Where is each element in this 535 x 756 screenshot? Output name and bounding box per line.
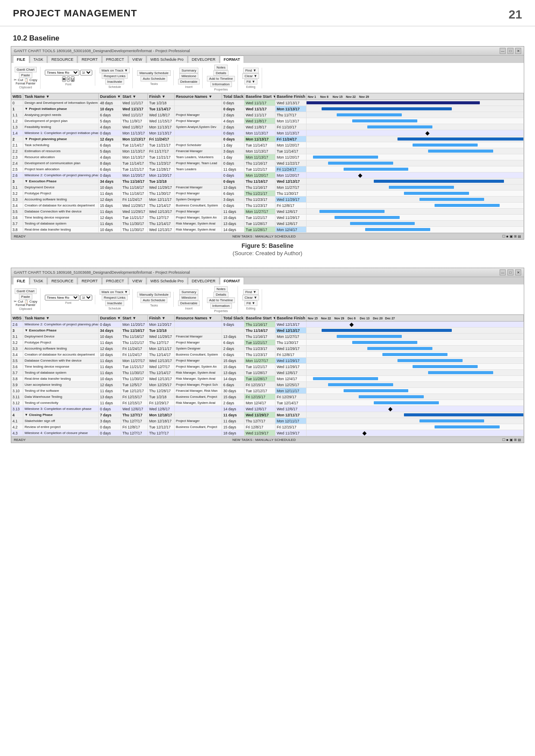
table-row[interactable]: 3.6 Time testing device response 11 days…: [11, 364, 524, 370]
table-row[interactable]: 3.10 Testing of the software 11 days Tue…: [11, 388, 524, 394]
details-btn-bot[interactable]: Details: [213, 292, 228, 297]
clear-btn-bot[interactable]: Clear ▼: [242, 295, 259, 300]
bold-btn[interactable]: B: [62, 76, 66, 82]
tab-project[interactable]: PROJECT: [102, 56, 128, 63]
notes-btn-bot[interactable]: Notes: [214, 286, 228, 292]
close-btn-bot[interactable]: ✕: [515, 269, 521, 275]
add-to-timeline-btn-bot[interactable]: Add to Timeline: [207, 297, 235, 303]
table-row[interactable]: 3.5 Database Connection with the device …: [11, 358, 524, 364]
table-row[interactable]: 2.1 Task scheduling 6 days Tue 11/14/17 …: [11, 142, 524, 148]
summary-btn-bot[interactable]: Summary: [179, 289, 198, 295]
deliverable-btn-bot[interactable]: Deliverable: [178, 300, 200, 306]
fill-btn-bot[interactable]: Fill ▼: [244, 300, 257, 306]
respect-links-btn-bot[interactable]: Respect Links: [102, 295, 128, 300]
maximize-btn-bot[interactable]: □: [507, 269, 513, 275]
respect-links-btn[interactable]: Respect Links: [102, 73, 128, 79]
information-btn-bot[interactable]: Information: [210, 303, 232, 309]
table-row[interactable]: 2.6 Milestone 2: Completion of project p…: [11, 322, 524, 328]
table-row[interactable]: 1.3 Feasibility testing 4 days Wed 11/8/…: [11, 124, 524, 130]
information-btn[interactable]: Information: [210, 81, 232, 87]
auto-schedule-btn-bot[interactable]: Auto Schedule: [141, 297, 167, 303]
table-row[interactable]: 3.4 Creation of database for accounts de…: [11, 203, 524, 209]
table-row[interactable]: 3.2 Prototype Project 11 days Thu 11/21/…: [11, 340, 524, 346]
paste-btn-bot[interactable]: Paste: [19, 294, 32, 300]
table-row[interactable]: 3.8 Real-time data transfer testing 10 d…: [11, 376, 524, 382]
table-row[interactable]: 3 ▼ Execution Phase 34 days Thu 11/16/17…: [11, 178, 524, 184]
inactivate-btn-bot[interactable]: Inactivate: [105, 300, 124, 306]
font-family-select-bot[interactable]: Times New Ro: [45, 295, 79, 300]
table-row[interactable]: 0 Design and Development of Information …: [11, 100, 524, 106]
clear-btn[interactable]: Clear ▼: [242, 73, 259, 79]
table-row[interactable]: 3.7 Testing of database system 11 days T…: [11, 370, 524, 376]
maximize-btn[interactable]: □: [507, 48, 513, 54]
tab-resource[interactable]: RESOURCE: [47, 56, 77, 63]
format-painter-btn-bot[interactable]: Format Painter: [16, 303, 35, 306]
table-row[interactable]: 3.5 Database Connection with the device …: [11, 209, 524, 215]
inactivate-btn[interactable]: Inactivate: [105, 79, 124, 84]
tab-wbs-bot[interactable]: WBS Schedule Pro: [147, 277, 188, 284]
table-row[interactable]: 3.6 Time testing device response 12 days…: [11, 215, 524, 221]
table-row[interactable]: 3.3 Accounting software testing 12 days …: [11, 197, 524, 203]
minimize-btn[interactable]: —: [500, 48, 506, 54]
details-btn[interactable]: Details: [213, 70, 228, 76]
table-row[interactable]: 3.11 Data Warehouse Testing 13 days Fri …: [11, 394, 524, 400]
milestone-btn[interactable]: Milestone: [179, 73, 198, 79]
table-row[interactable]: 3 ▼ Execution Phase 34 days Thu 11/16/17…: [11, 328, 524, 334]
paste-btn[interactable]: Paste: [19, 72, 32, 78]
format-painter-btn[interactable]: Format Painter: [16, 82, 35, 85]
gantt-chart-btn[interactable]: Gantt Chart: [15, 67, 37, 72]
table-row[interactable]: 3.9 User acceptance testing 12 days Tue …: [11, 382, 524, 388]
tab-resource-bot[interactable]: RESOURCE: [47, 277, 77, 284]
table-row[interactable]: 2.5 Project team allocation 6 days Tue 1…: [11, 166, 524, 172]
auto-schedule-btn[interactable]: Auto Schedule: [141, 76, 167, 81]
tab-report[interactable]: REPORT: [78, 56, 101, 63]
table-row[interactable]: 3.2 Prototype Project 11 days Thu 11/16/…: [11, 191, 524, 197]
manually-schedule-btn[interactable]: Manually Schedule: [137, 70, 171, 76]
gantt-chart-btn-bot[interactable]: Gantt Chart: [15, 288, 37, 294]
close-btn[interactable]: ✕: [515, 48, 521, 54]
font-size-select-bot[interactable]: 10: [80, 295, 92, 300]
summary-btn[interactable]: Summary: [179, 68, 198, 73]
table-row[interactable]: 3.3 Accounting software testing 12 days …: [11, 346, 524, 352]
tab-format-bot[interactable]: FORMAT: [220, 277, 244, 284]
mark-on-track-btn-bot[interactable]: Mark on Track ▼: [100, 289, 130, 295]
tab-file-bot[interactable]: FILE: [13, 277, 29, 284]
table-row[interactable]: 1 ▼ Project initiation phase 10 days Wed…: [11, 106, 524, 112]
tab-developer[interactable]: DEVELOPER: [188, 56, 219, 63]
manually-schedule-btn-bot[interactable]: Manually Schedule: [137, 292, 171, 297]
tab-view[interactable]: VIEW: [128, 56, 146, 63]
table-row[interactable]: 4.2 Review of entire project 0 days Fri …: [11, 424, 524, 430]
tab-report-bot[interactable]: REPORT: [78, 277, 101, 284]
minimize-btn-bot[interactable]: —: [500, 269, 506, 275]
table-row[interactable]: 2.6 Milestone 2: Completion of project p…: [11, 172, 524, 178]
table-row[interactable]: 4 ▼ Closing Phase 7 days Thu 12/7/17 Mon…: [11, 412, 524, 418]
tab-wbs[interactable]: WBS Schedule Pro: [147, 56, 188, 63]
tab-file[interactable]: FILE: [13, 56, 29, 63]
table-row[interactable]: 3.12 Testing of connectivity 11 days Fri…: [11, 400, 524, 406]
italic-btn[interactable]: I: [67, 76, 69, 82]
tab-view-bot[interactable]: VIEW: [128, 277, 146, 284]
table-row[interactable]: 4.3 Milestone 4: Completion of closure p…: [11, 430, 524, 436]
table-row[interactable]: 1.4 Milestone 1: Completion of project i…: [11, 130, 524, 136]
table-row[interactable]: 3.1 Deployment Device 10 days Thu 11/16/…: [11, 184, 524, 191]
table-row[interactable]: 2.4 Development of communication plan 8 …: [11, 160, 524, 166]
tab-developer-bot[interactable]: DEVELOPER: [188, 277, 219, 284]
underline-btn[interactable]: U: [71, 76, 75, 82]
table-row[interactable]: 4.1 Stakeholder sign off 3 days Thu 12/7…: [11, 418, 524, 424]
milestone-btn-bot[interactable]: Milestone: [179, 295, 198, 300]
font-family-select[interactable]: Times New Ro: [45, 70, 79, 75]
table-row[interactable]: 3.1 Deployment Device 10 days Thu 11/16/…: [11, 334, 524, 340]
notes-btn[interactable]: Notes: [214, 65, 228, 70]
table-row[interactable]: 1.1 Analysing project needs 6 days Wed 1…: [11, 112, 524, 118]
table-row[interactable]: 3.8 Real-time data transfer testing 10 d…: [11, 227, 524, 233]
tab-format[interactable]: FORMAT: [220, 56, 244, 63]
tab-task[interactable]: TASK: [30, 56, 47, 63]
deliverable-btn[interactable]: Deliverable: [178, 79, 200, 84]
fill-btn[interactable]: Fill ▼: [244, 79, 257, 84]
tab-project-bot[interactable]: PROJECT: [102, 277, 128, 284]
table-row[interactable]: 2.3 Resource allocation 4 days Mon 11/13…: [11, 154, 524, 160]
table-row[interactable]: 2.2 Estimation of resources 5 days Mon 1…: [11, 148, 524, 154]
table-row[interactable]: 3.13 Milestone 3: Completion of executio…: [11, 406, 524, 412]
find-btn-bot[interactable]: Find ▼: [243, 289, 259, 295]
table-row[interactable]: 2 ▼ Project planning phase 12 days Mon 1…: [11, 136, 524, 142]
